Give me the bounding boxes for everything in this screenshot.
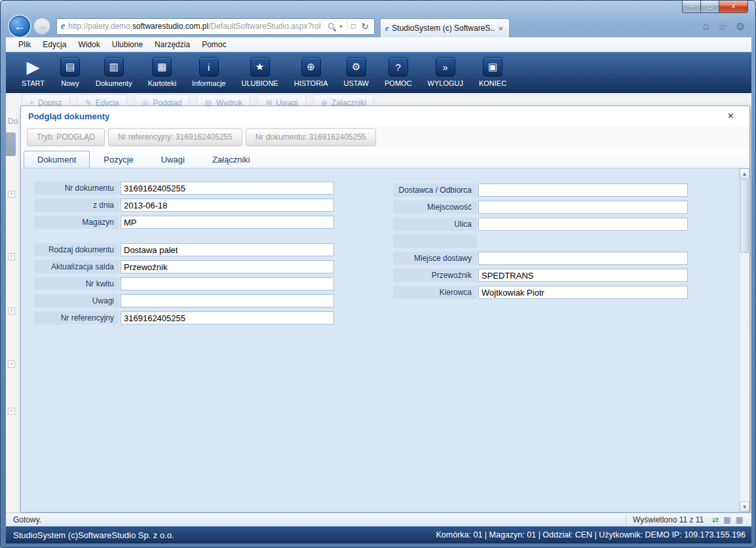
toolbar-button-label: HISTORIA bbox=[294, 79, 328, 87]
toolbar-button-label: POMOC bbox=[385, 79, 412, 87]
dialog-form: Nr dokumentuz dniaMagazynRodzaj dokument… bbox=[21, 168, 749, 512]
back-button[interactable]: ← bbox=[9, 16, 30, 37]
form-row: Uwagi bbox=[34, 294, 334, 307]
field-input-kierowca[interactable] bbox=[478, 286, 688, 299]
dialog-info-tryb: Tryb: PODGLĄD bbox=[27, 128, 105, 146]
dialog-tab-uwagi[interactable]: Uwagi bbox=[147, 151, 198, 168]
browser-tab[interactable]: e StudioSystem (c) SoftwareS... × bbox=[380, 18, 510, 37]
dialog-title: Podgląd dokumenty bbox=[28, 111, 109, 121]
field-input-aktualizacja-salda[interactable] bbox=[121, 260, 334, 273]
minimize-button[interactable]: – bbox=[682, 1, 701, 13]
field-input-przewoźnik[interactable] bbox=[478, 269, 688, 282]
address-bar[interactable]: e http://palety.demo.softwarestudio.com.… bbox=[56, 18, 375, 35]
menu-ulubione[interactable]: Ulubione bbox=[106, 38, 149, 51]
toolbar-button-pomoc[interactable]: ?POMOC bbox=[377, 57, 420, 87]
status-icons: ⇄▦▦ bbox=[712, 515, 743, 524]
form-row: Nr referencyjny bbox=[34, 311, 334, 324]
status-bar: Gotowy. Wyświetlono 11 z 11 ⇄▦▦ bbox=[6, 513, 751, 526]
tab-favicon-icon: e bbox=[385, 24, 388, 33]
menu-narzędzia[interactable]: Narzędzia bbox=[149, 38, 196, 51]
address-dropdown-icon[interactable]: ▼ bbox=[337, 24, 345, 29]
app-footer: StudioSystem (c)SoftwareStudio Sp. z o.o… bbox=[6, 526, 751, 543]
toolbar-button-label: Informacje bbox=[192, 79, 225, 87]
field-label-dostawca-odbiorca: Dostawca / Odbiorca bbox=[393, 184, 477, 197]
menu-widok[interactable]: Widok bbox=[72, 38, 105, 51]
address-separator bbox=[347, 21, 347, 31]
ie-logo-icon: e bbox=[61, 21, 65, 31]
tools-gear-icon[interactable]: ⚙ bbox=[736, 20, 745, 33]
tab-close-icon[interactable]: × bbox=[495, 24, 506, 33]
toolbar-button-wyloguj[interactable]: »WYLOGUJ bbox=[420, 57, 471, 87]
field-input-rodzaj-dokumentu[interactable] bbox=[121, 243, 334, 256]
start-play-icon: ▶ bbox=[24, 57, 43, 77]
scroll-up-icon[interactable]: ▲ bbox=[740, 168, 749, 179]
field-input-ulica[interactable] bbox=[478, 218, 688, 231]
field-label-uwagi: Uwagi bbox=[34, 294, 119, 307]
field-input-nr-kwitu[interactable] bbox=[121, 277, 334, 290]
home-icon[interactable]: ⌂ bbox=[703, 20, 709, 32]
form-column-left: Nr dokumentuz dniaMagazynRodzaj dokument… bbox=[34, 182, 334, 328]
settings-gear-icon: ⚙ bbox=[347, 57, 366, 77]
scroll-down-icon[interactable]: ▼ bbox=[740, 501, 749, 512]
field-input-miejsce-dostawy[interactable] bbox=[478, 252, 688, 265]
toolbar-button-label: WYLOGUJ bbox=[428, 79, 463, 87]
field-label-rodzaj-dokumentu: Rodzaj dokumentu bbox=[34, 243, 119, 256]
forward-button[interactable]: → bbox=[33, 18, 50, 35]
dialog-close-icon[interactable]: × bbox=[728, 110, 734, 122]
save-view-icon[interactable]: ▦ bbox=[723, 515, 730, 524]
search-icon[interactable] bbox=[328, 22, 336, 31]
toolbar-button-historia[interactable]: ⊕HISTORIA bbox=[286, 57, 336, 87]
favorites-star-icon: ★ bbox=[250, 57, 270, 77]
url-domain: softwarestudio.com.pl bbox=[132, 22, 208, 31]
favorites-star-icon[interactable]: ☆ bbox=[717, 20, 727, 33]
refresh-results-icon[interactable]: ⇄ bbox=[712, 515, 719, 524]
field-input-nr-dokumentu[interactable] bbox=[121, 182, 334, 195]
toolbar-button-label: Kartoteki bbox=[148, 79, 176, 87]
close-window-button[interactable]: × bbox=[719, 1, 748, 13]
toolbar-button-label: START bbox=[22, 79, 45, 87]
form-row: Kierowca bbox=[393, 286, 688, 299]
field-input-z-dnia[interactable] bbox=[121, 199, 334, 212]
window-controls: – □ × bbox=[683, 1, 748, 13]
toolbar-button-informacje[interactable]: iInformacje bbox=[184, 57, 233, 87]
forward-arrow-icon: → bbox=[37, 21, 47, 31]
browser-navigation-bar: ← → e http://palety.demo.softwarestudio.… bbox=[6, 15, 751, 37]
refresh-icon[interactable]: ↻ bbox=[358, 21, 371, 31]
toolbar-button-start[interactable]: ▶START bbox=[14, 57, 52, 87]
status-right: Wyświetlono 11 z 11 ⇄▦▦ bbox=[626, 515, 751, 525]
form-row: Ulica bbox=[393, 218, 688, 231]
field-label-ulica: Ulica bbox=[393, 218, 477, 231]
app-toolbar: ▶START▤Nowy▥Dokumenty▦KartotekiiInformac… bbox=[6, 52, 751, 93]
toolbar-button-nowy[interactable]: ▤Nowy bbox=[52, 57, 88, 87]
field-input-uwagi[interactable] bbox=[121, 294, 334, 307]
export-view-icon[interactable]: ▦ bbox=[736, 515, 743, 524]
field-label-aktualizacja-salda: Aktualizacja salda bbox=[34, 260, 119, 273]
menu-plik[interactable]: Plik bbox=[12, 38, 37, 51]
field-input-dostawca-odbiorca[interactable] bbox=[478, 184, 688, 197]
form-row: Magazyn bbox=[34, 216, 334, 229]
cards-monitor-icon: ▦ bbox=[152, 57, 172, 77]
vertical-scrollbar[interactable]: ▲ ▼ bbox=[739, 168, 749, 512]
scroll-thumb[interactable] bbox=[740, 180, 749, 253]
toolbar-button-koniec[interactable]: ▣KONIEC bbox=[471, 57, 514, 87]
menu-pomoc[interactable]: Pomoc bbox=[196, 38, 232, 51]
menu-edycja[interactable]: Edycja bbox=[37, 38, 72, 51]
toolbar-button-ulubione[interactable]: ★ULUBIONE bbox=[233, 57, 286, 87]
dialog-tab-pozycje[interactable]: Pozycje bbox=[90, 151, 147, 168]
field-label-miejscowość: Miejscowość bbox=[393, 201, 477, 214]
toolbar-button-kartoteki[interactable]: ▦Kartoteki bbox=[140, 57, 184, 87]
status-text: Gotowy. bbox=[6, 515, 41, 524]
dialog-tab-załączniki[interactable]: Załączniki bbox=[198, 151, 264, 168]
field-input-nr-referencyjny[interactable] bbox=[121, 311, 334, 324]
field-input-magazyn[interactable] bbox=[121, 216, 334, 229]
compatibility-view-icon[interactable]: □ bbox=[349, 22, 358, 31]
form-row: Przewoźnik bbox=[393, 269, 688, 282]
toolbar-button-dokumenty[interactable]: ▥Dokumenty bbox=[88, 57, 140, 87]
field-input-miejscowość[interactable] bbox=[478, 201, 688, 214]
toolbar-button-ustaw[interactable]: ⚙USTAW bbox=[335, 57, 377, 87]
end-session-icon: ▣ bbox=[483, 57, 502, 77]
maximize-button[interactable]: □ bbox=[700, 1, 719, 13]
form-row: Miejscowość bbox=[393, 201, 688, 214]
dialog-info-nr-referencyjny: Nr referencyjny: 3169162405255 bbox=[108, 128, 242, 146]
dialog-tab-dokument[interactable]: Dokument bbox=[24, 151, 90, 168]
